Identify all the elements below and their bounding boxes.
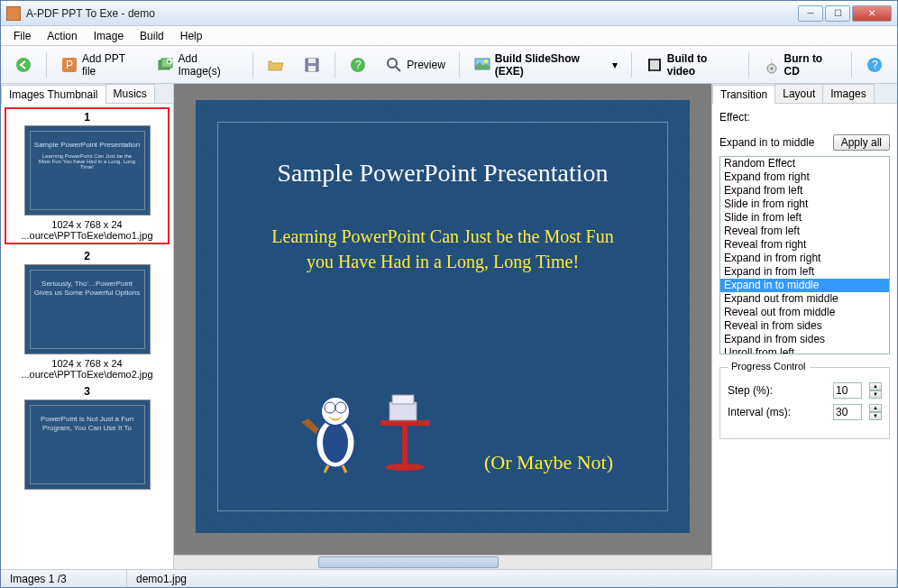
burn-cd-button[interactable]: Burn to CD	[756, 51, 845, 78]
tab-layout[interactable]: Layout	[774, 84, 823, 103]
apply-all-button[interactable]: Apply all	[833, 134, 890, 151]
interval-up-button[interactable]: ▲	[869, 404, 882, 412]
scrollbar-thumb[interactable]	[318, 556, 499, 568]
step-input[interactable]	[833, 382, 862, 399]
slide-title: Sample PowerPoint Presentation	[277, 159, 608, 188]
svg-text:?: ?	[355, 59, 362, 71]
svg-rect-34	[389, 402, 417, 420]
thumbnail-2[interactable]: 2 Seriously, Tho'…PowerPoint Gives us So…	[5, 250, 170, 380]
tab-images[interactable]: Images	[822, 84, 874, 103]
svg-point-12	[388, 59, 397, 68]
ppt-icon: P	[60, 56, 78, 74]
close-button[interactable]: ✕	[852, 5, 892, 22]
add-images-button[interactable]: +Add Image(s)	[150, 51, 245, 78]
slide-clipart	[290, 366, 453, 474]
build-video-button[interactable]: Build to video	[639, 51, 741, 78]
interval-down-button[interactable]: ▼	[869, 412, 882, 420]
back-button[interactable]	[8, 51, 39, 78]
thumb-dimensions: 1024 x 768 x 24	[8, 219, 166, 230]
menu-build[interactable]: Build	[133, 28, 171, 44]
status-images: Images 1 /3	[1, 570, 127, 587]
svg-point-25	[323, 423, 348, 463]
about-button[interactable]: ?	[859, 51, 890, 78]
effect-item[interactable]: Expand in to middle	[720, 279, 889, 292]
menu-action[interactable]: Action	[40, 28, 84, 44]
progress-legend: Progress Control	[728, 361, 810, 372]
thumbnail-3[interactable]: 3 PowerPoint is Not Just a Fun Program, …	[5, 385, 170, 490]
left-panel: Images Thumbnail Musics 1 Sample PowerPo…	[1, 84, 174, 569]
build-exe-button[interactable]: Build SlideShow (EXE)▾	[467, 51, 624, 78]
tab-transition[interactable]: Transition	[712, 85, 775, 104]
info-icon: ?	[866, 56, 884, 74]
effect-item[interactable]: Random Effect	[720, 157, 889, 170]
burn-cd-label: Burn to CD	[784, 52, 838, 78]
minimize-button[interactable]: ─	[798, 5, 823, 22]
window-title: A-PDF PPT To Exe - demo	[26, 7, 798, 20]
preview-button[interactable]: Preview	[379, 51, 452, 78]
thumbnails-list[interactable]: 1 Sample PowerPoint PresentationLearning…	[1, 104, 173, 569]
maximize-button[interactable]: ☐	[825, 5, 850, 22]
film-icon	[646, 56, 664, 74]
interval-input[interactable]	[833, 404, 862, 420]
step-down-button[interactable]: ▼	[869, 390, 882, 399]
svg-text:+: +	[168, 56, 174, 67]
build-video-label: Build to video	[667, 52, 735, 78]
effect-item[interactable]: Expand out from middle	[720, 292, 889, 306]
thumb-number: 2	[5, 250, 170, 262]
menu-help[interactable]: Help	[173, 28, 210, 44]
effect-item[interactable]: Unroll from left	[720, 346, 889, 354]
effect-item[interactable]: Reveal in from sides	[720, 319, 889, 333]
effect-item[interactable]: Expand in from left	[720, 265, 889, 279]
effect-item[interactable]: Expand in from sides	[720, 333, 889, 346]
effect-list[interactable]: Random EffectExpand from rightExpand fro…	[719, 156, 890, 354]
menu-file[interactable]: File	[6, 28, 38, 44]
svg-rect-19	[659, 59, 661, 71]
svg-rect-35	[392, 395, 414, 404]
step-label: Step (%):	[728, 384, 826, 397]
save-button[interactable]	[297, 51, 327, 78]
thumb-number: 1	[8, 111, 166, 124]
effect-item[interactable]: Expand from left	[720, 184, 889, 198]
svg-rect-9	[308, 66, 316, 71]
svg-line-13	[396, 67, 400, 71]
thumbnail-1[interactable]: 1 Sample PowerPoint PresentationLearning…	[5, 107, 170, 244]
dropdown-icon: ▾	[612, 59, 618, 71]
horizontal-scrollbar[interactable]	[174, 555, 711, 569]
statusbar: Images 1 /3 demo1.jpg	[1, 569, 897, 587]
svg-text:P: P	[66, 59, 73, 71]
effect-item[interactable]: Expand in from right	[720, 252, 889, 265]
slide-caption: (Or Maybe Not)	[484, 451, 613, 474]
svg-point-15	[484, 60, 488, 63]
effect-item[interactable]: Reveal from right	[720, 238, 889, 252]
thumb-dimensions: 1024 x 768 x 24	[5, 358, 170, 369]
tab-musics[interactable]: Musics	[105, 84, 155, 103]
thumb-path: ...ource\PPTToExe\demo2.jpg	[5, 369, 170, 380]
svg-line-29	[325, 465, 328, 473]
menu-image[interactable]: Image	[87, 28, 131, 44]
effect-item[interactable]: Expand from right	[720, 170, 889, 184]
progress-control-group: Progress Control Step (%): ▲▼ Interval (…	[719, 367, 890, 439]
step-up-button[interactable]: ▲	[869, 382, 882, 390]
tab-images-thumbnail[interactable]: Images Thumbnail	[1, 85, 106, 104]
thumb-image: PowerPoint is Not Just a Fun Program, Yo…	[24, 400, 151, 490]
svg-line-30	[343, 465, 346, 473]
help-button[interactable]: ?	[343, 51, 373, 78]
svg-rect-17	[650, 60, 659, 69]
effect-label: Effect:	[719, 111, 890, 124]
slide-subtitle: Learning PowerPoint Can Just be the Most…	[262, 224, 623, 274]
open-button[interactable]	[261, 51, 291, 78]
add-ppt-label: Add PPT file	[82, 52, 139, 78]
burn-icon	[763, 56, 781, 74]
thumb-image: Seriously, Tho'…PowerPoint Gives us Some…	[24, 264, 151, 354]
effect-item[interactable]: Reveal from left	[720, 225, 889, 238]
effect-item[interactable]: Slide in from left	[720, 211, 889, 225]
add-images-label: Add Image(s)	[178, 52, 239, 78]
svg-rect-8	[308, 59, 316, 63]
menubar: File Action Image Build Help	[1, 26, 897, 46]
svg-point-21	[770, 67, 773, 69]
app-icon	[6, 6, 21, 21]
effect-item[interactable]: Reveal out from middle	[720, 306, 889, 319]
add-ppt-button[interactable]: PAdd PPT file	[54, 51, 145, 78]
help-icon: ?	[349, 56, 367, 74]
effect-item[interactable]: Slide in from right	[720, 198, 889, 211]
